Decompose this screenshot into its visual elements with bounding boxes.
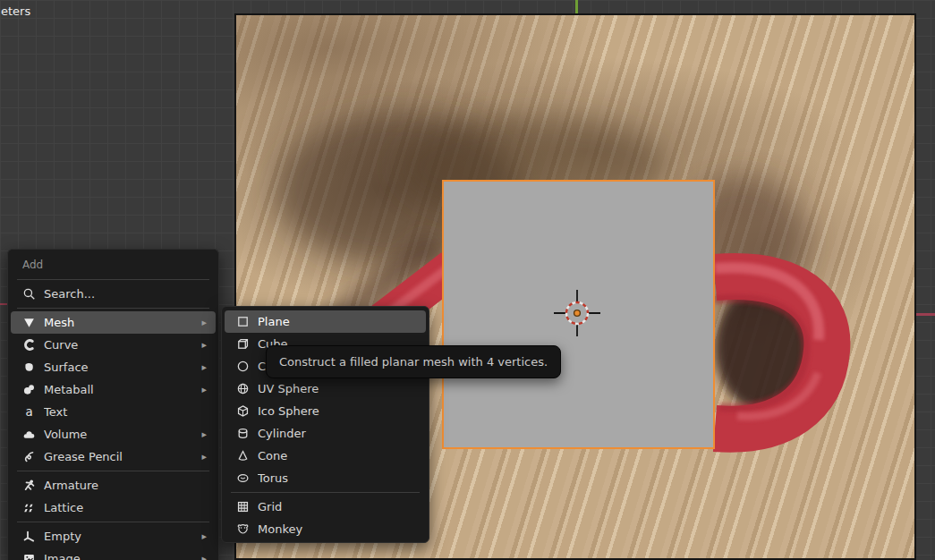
metaball-icon	[21, 383, 36, 396]
menu-item-label: Armature	[44, 479, 208, 492]
menu-item-empty[interactable]: Empty ▸	[11, 525, 216, 547]
submenu-item-torus[interactable]: Torus	[225, 467, 426, 489]
submenu-arrow-icon: ▸	[201, 317, 208, 328]
submenu-arrow-icon: ▸	[201, 384, 208, 395]
menu-separator	[17, 279, 209, 280]
submenu-item-label: Monkey	[258, 522, 419, 536]
mesh-submenu: Plane Cube Circle UV Sphere Ico Sphere	[221, 306, 429, 543]
menu-item-label: Curve	[44, 338, 201, 352]
submenu-item-label: Plane	[258, 315, 419, 328]
ico-sphere-icon	[235, 404, 250, 418]
add-menu-title: Add	[8, 253, 218, 276]
cube-icon	[235, 337, 250, 351]
svg-text:a: a	[25, 405, 32, 419]
plane-icon	[235, 315, 250, 328]
menu-item-label: Mesh	[44, 316, 201, 329]
menu-item-mesh[interactable]: Mesh ▸	[11, 311, 216, 334]
tooltip: Construct a filled planar mesh with 4 ve…	[266, 345, 561, 378]
menu-item-metaball[interactable]: Metaball ▸	[11, 378, 216, 401]
submenu-arrow-icon: ▸	[201, 361, 208, 373]
submenu-item-label: Cone	[258, 449, 419, 462]
menu-item-label: Volume	[44, 428, 201, 441]
grease-pencil-icon	[21, 450, 36, 463]
menu-item-image[interactable]: Image ▸	[11, 547, 216, 560]
submenu-arrow-icon: ▸	[201, 451, 208, 462]
menu-separator	[231, 492, 420, 493]
search-icon	[21, 287, 36, 301]
menu-item-label: Text	[44, 405, 208, 419]
unit-overlay-label: eters	[1, 4, 30, 18]
submenu-item-label: UV Sphere	[258, 382, 419, 395]
submenu-item-cone[interactable]: Cone	[225, 445, 426, 467]
submenu-item-label: Cylinder	[258, 427, 419, 440]
menu-separator	[17, 471, 209, 471]
submenu-item-uv-sphere[interactable]: UV Sphere	[225, 378, 426, 400]
menu-item-armature[interactable]: Armature	[11, 474, 216, 496]
y-axis-line-top	[575, 0, 578, 14]
cone-icon	[235, 449, 250, 462]
mesh-icon	[21, 316, 36, 329]
empty-axes-icon	[21, 530, 36, 543]
menu-item-curve[interactable]: Curve ▸	[11, 334, 216, 356]
menu-item-volume[interactable]: Volume ▸	[11, 423, 216, 445]
cylinder-icon	[235, 427, 250, 440]
grid-icon	[235, 500, 250, 513]
menu-item-label: Lattice	[44, 501, 208, 514]
menu-item-grease-pencil[interactable]: Grease Pencil ▸	[11, 445, 216, 468]
surface-icon	[21, 361, 36, 374]
submenu-item-plane[interactable]: Plane	[225, 310, 426, 333]
armature-icon	[21, 479, 36, 492]
menu-item-label: Surface	[44, 361, 201, 374]
submenu-item-monkey[interactable]: Monkey	[225, 518, 426, 540]
image-icon	[21, 552, 36, 560]
submenu-item-label: Torus	[258, 471, 419, 485]
menu-item-surface[interactable]: Surface ▸	[11, 356, 216, 378]
menu-separator	[17, 308, 209, 309]
circle-icon	[235, 360, 250, 373]
menu-item-text[interactable]: a Text	[11, 401, 216, 423]
add-menu: Add Search... Mesh ▸ Curve ▸	[7, 249, 219, 560]
submenu-item-label: Grid	[258, 500, 419, 513]
menu-item-label: Image	[44, 552, 201, 560]
menu-item-label: Empty	[44, 530, 201, 543]
submenu-item-cylinder[interactable]: Cylinder	[225, 422, 426, 445]
menu-item-lattice[interactable]: Lattice	[11, 496, 216, 519]
volume-icon	[21, 428, 36, 441]
submenu-item-ico-sphere[interactable]: Ico Sphere	[225, 400, 426, 422]
x-axis-line-right	[916, 313, 935, 316]
search-label: Search...	[44, 287, 208, 301]
submenu-item-label: Ico Sphere	[258, 404, 419, 418]
blender-3d-viewport: eters	[0, 0, 935, 560]
submenu-arrow-icon: ▸	[201, 339, 208, 351]
submenu-arrow-icon: ▸	[201, 530, 208, 542]
menu-separator	[17, 522, 209, 522]
menu-item-label: Metaball	[44, 383, 201, 396]
submenu-arrow-icon: ▸	[201, 428, 208, 440]
lattice-icon	[21, 501, 36, 514]
torus-icon	[235, 471, 250, 485]
monkey-icon	[235, 522, 250, 536]
submenu-item-grid[interactable]: Grid	[225, 496, 426, 518]
3d-cursor[interactable]	[550, 286, 604, 340]
menu-item-search[interactable]: Search...	[11, 283, 216, 305]
menu-item-label: Grease Pencil	[44, 450, 201, 463]
submenu-arrow-icon: ▸	[201, 553, 208, 560]
curve-icon	[21, 338, 36, 352]
text-icon: a	[21, 405, 36, 419]
uv-sphere-icon	[235, 382, 250, 395]
